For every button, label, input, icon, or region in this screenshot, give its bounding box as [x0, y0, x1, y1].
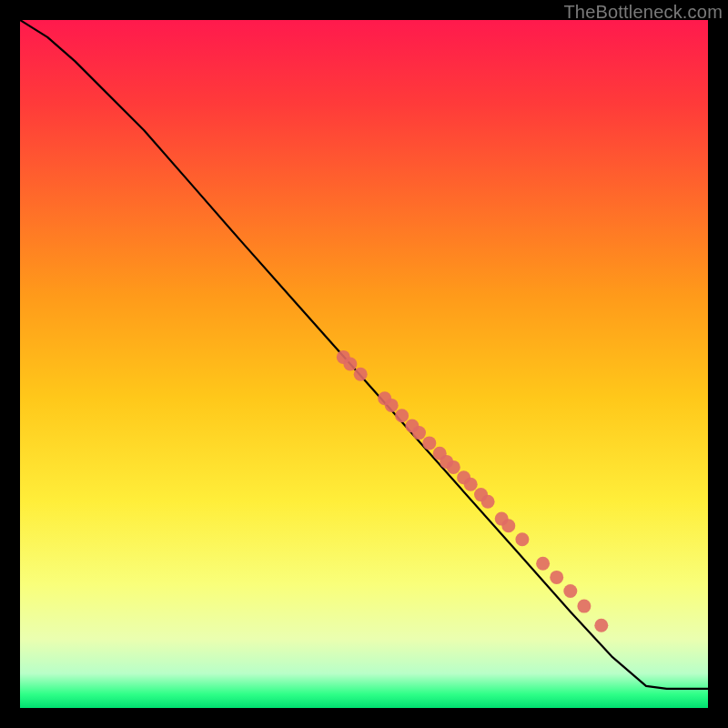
data-point [464, 478, 478, 491]
plot-area [20, 20, 708, 708]
data-point [577, 600, 591, 613]
data-point [594, 619, 608, 632]
highlight-points [337, 350, 609, 632]
data-point [385, 399, 399, 412]
chart-frame: TheBottleneck.com [0, 0, 728, 728]
data-point [422, 436, 436, 450]
data-point [481, 495, 495, 509]
data-point [412, 426, 426, 440]
data-point [354, 368, 368, 381]
data-point [515, 532, 529, 546]
chart-svg [20, 20, 708, 708]
data-point [550, 571, 563, 584]
watermark-text: TheBottleneck.com [563, 2, 723, 23]
data-point [563, 584, 577, 598]
data-point [395, 409, 409, 422]
data-point [343, 358, 357, 371]
data-point [501, 519, 515, 532]
curve-line [20, 20, 708, 689]
data-point [536, 557, 550, 571]
data-point [447, 460, 460, 474]
